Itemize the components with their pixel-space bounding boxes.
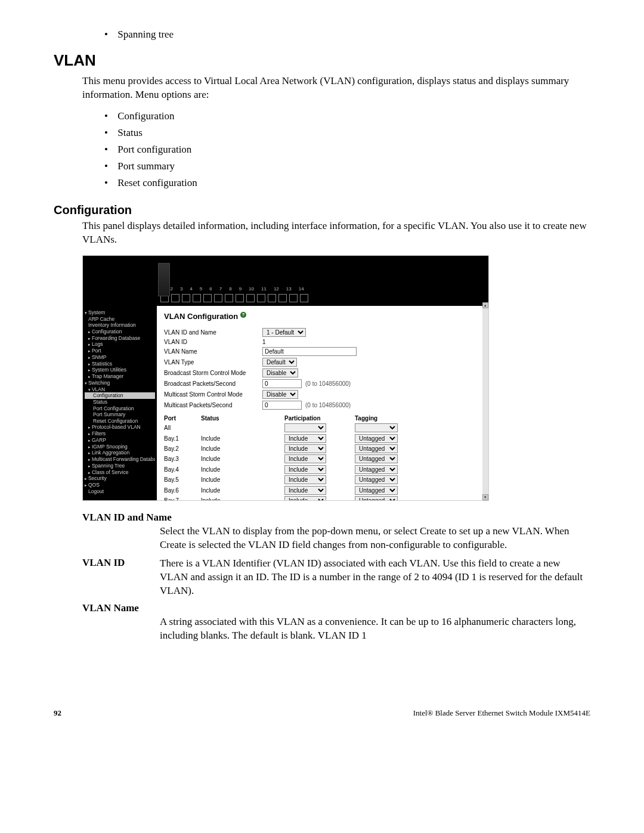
nav-item[interactable]: Port (85, 348, 155, 354)
nav-item[interactable]: Reset Configuration (85, 418, 155, 425)
panel-title-text: VLAN Configuration (164, 312, 238, 321)
port-box[interactable] (268, 294, 276, 302)
tagging-select[interactable]: Untagged (355, 486, 398, 495)
vlan-id-label: VLAN ID (164, 339, 262, 345)
port-box[interactable] (225, 294, 233, 302)
table-row: Bay.6IncludeIncludeUntagged (164, 485, 481, 495)
participation-select[interactable]: Include (284, 434, 326, 443)
bcast-mode-select[interactable]: Disable (262, 368, 298, 377)
port-box[interactable] (257, 294, 265, 302)
participation-select[interactable]: Include (284, 454, 326, 463)
nav-item[interactable]: System Utilities (85, 367, 155, 373)
participation-select[interactable]: Include (284, 496, 326, 501)
port-box[interactable] (203, 294, 212, 302)
nav-item[interactable]: Configuration (85, 329, 155, 335)
def-desc-vlan-id: There is a VLAN Identifier (VLAN ID) ass… (160, 557, 590, 598)
port-num: 9 (239, 286, 242, 292)
port-box[interactable] (214, 294, 222, 302)
cell-port: Bay.5 (164, 476, 201, 483)
nav-item[interactable]: IGMP Snooping (85, 444, 155, 450)
tagging-select[interactable]: Untagged (355, 496, 398, 501)
nav-item[interactable]: Status (85, 399, 155, 405)
screenshot-header: 1 2 3 4 5 6 7 8 9 10 11 12 13 14 (83, 256, 488, 306)
def-term-vlan-id: VLAN ID (82, 557, 160, 598)
vlan-id-name-select[interactable]: 1 - Default (262, 328, 306, 337)
scroll-down-icon[interactable]: ▾ (482, 494, 488, 500)
nav-item[interactable]: Class of Service (85, 469, 155, 476)
cell-status: Include (201, 476, 284, 483)
nav-item[interactable]: Inventory Information (85, 322, 155, 329)
participation-select[interactable]: Include (284, 444, 326, 453)
cell-status: Include (201, 497, 284, 501)
nav-item[interactable]: ARP Cache (85, 316, 155, 323)
def-desc-vlan-name: A string associated with this VLAN as a … (160, 615, 590, 643)
doc-title: Intel® Blade Server Ethernet Switch Modu… (413, 708, 590, 718)
port-box[interactable] (193, 294, 201, 302)
nav-item[interactable]: Port Summary (85, 411, 155, 418)
vlan-name-input[interactable] (262, 347, 357, 356)
nav-item[interactable]: Switching (85, 380, 155, 386)
port-box[interactable] (182, 294, 190, 302)
bcast-pps-hint: (0 to 104856000) (305, 380, 351, 387)
mcast-pps-input[interactable] (262, 401, 302, 410)
nav-item[interactable]: Link Aggregation (85, 450, 155, 456)
tagging-select[interactable]: Untagged (355, 465, 398, 474)
nav-item[interactable]: Multicast Forwarding Database (85, 456, 155, 463)
cell-port: Bay.3 (164, 456, 201, 462)
port-box[interactable] (246, 294, 255, 302)
page-number: 92 (54, 708, 61, 718)
port-box[interactable] (300, 294, 308, 302)
bcast-pps-input[interactable] (262, 379, 302, 388)
nav-item[interactable]: Logs (85, 341, 155, 348)
nav-item[interactable]: Logout (85, 488, 155, 495)
th-port: Port (164, 415, 201, 422)
port-box[interactable] (278, 294, 287, 302)
vlan-id-name-label: VLAN ID and Name (164, 329, 262, 336)
all-participation-select[interactable] (284, 423, 326, 432)
nav-item[interactable]: GARP (85, 437, 155, 444)
vlan-menu-options: Configuration Status Port configuration … (104, 108, 590, 191)
help-icon[interactable]: ? (240, 312, 246, 318)
vlan-type-select[interactable]: Default (262, 358, 297, 367)
scrollbar[interactable]: ▴ ▾ (482, 302, 488, 500)
nav-item[interactable]: Statistics (85, 361, 155, 367)
nav-item[interactable]: Configuration (85, 392, 155, 399)
port-box[interactable] (171, 294, 179, 302)
th-tagging: Tagging (355, 415, 408, 422)
table-row: Bay.2IncludeIncludeUntagged (164, 444, 481, 454)
nav-item[interactable]: QOS (85, 482, 155, 488)
nav-item[interactable]: VLAN (85, 386, 155, 393)
tagging-select[interactable]: Untagged (355, 434, 398, 443)
nav-item[interactable]: Port Configuration (85, 405, 155, 412)
bullet-status: Status (104, 125, 590, 141)
tagging-select[interactable]: Untagged (355, 454, 398, 463)
port-box[interactable] (236, 294, 244, 302)
nav-item[interactable]: Security (85, 475, 155, 482)
tagging-select[interactable]: Untagged (355, 444, 398, 453)
nav-item[interactable]: SNMP (85, 354, 155, 361)
nav-item[interactable]: Spanning Tree (85, 463, 155, 469)
nav-item[interactable]: Filters (85, 431, 155, 437)
participation-select[interactable]: Include (284, 465, 326, 474)
vlan-id-value: 1 (262, 339, 481, 345)
panel-title: VLAN Configuration ? (164, 312, 481, 321)
main-panel: VLAN Configuration ? VLAN ID and Name 1 … (157, 306, 488, 501)
nav-item[interactable]: Protocol-based VLAN (85, 424, 155, 431)
all-tagging-select[interactable] (355, 423, 398, 432)
participation-select[interactable]: Include (284, 486, 326, 495)
port-num: 11 (261, 286, 267, 292)
nav-item[interactable]: System (85, 309, 155, 316)
mcast-mode-select[interactable]: Disable (262, 390, 298, 399)
port-numbers: 1 2 3 4 5 6 7 8 9 10 11 12 13 14 (160, 286, 304, 292)
mcast-pps-hint: (0 to 104856000) (305, 402, 351, 408)
tagging-select[interactable]: Untagged (355, 475, 398, 484)
table-row: Bay.7IncludeIncludeUntagged (164, 496, 481, 501)
participation-select[interactable]: Include (284, 475, 326, 484)
bcast-pps-label: Broadcast Packets/Second (164, 380, 262, 387)
table-row: Bay.4IncludeIncludeUntagged (164, 465, 481, 475)
heading-vlan: VLAN (54, 51, 590, 70)
nav-item[interactable]: Forwarding Database (85, 335, 155, 342)
scroll-up-icon[interactable]: ▴ (482, 302, 488, 308)
nav-item[interactable]: Trap Manager (85, 373, 155, 380)
port-box[interactable] (289, 294, 298, 302)
